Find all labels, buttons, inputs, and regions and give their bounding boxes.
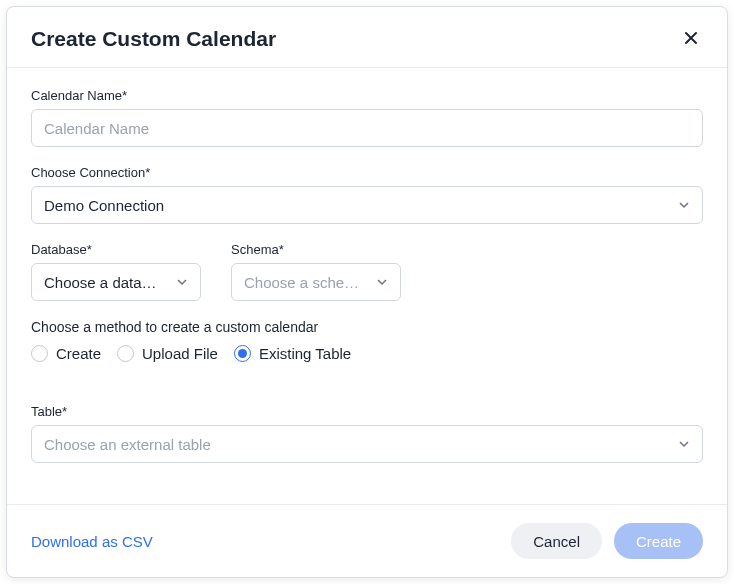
method-radio-group: Create Upload File Existing Table (31, 345, 703, 362)
chevron-down-icon (376, 276, 388, 288)
close-icon (683, 28, 699, 50)
table-placeholder: Choose an external table (44, 436, 666, 453)
radio-icon (117, 345, 134, 362)
chevron-down-icon (678, 199, 690, 211)
connection-value: Demo Connection (44, 197, 666, 214)
radio-upload-label: Upload File (142, 345, 218, 362)
download-csv-link[interactable]: Download as CSV (31, 533, 153, 550)
create-calendar-modal: Create Custom Calendar Calendar Name* Ch… (6, 6, 728, 578)
connection-field: Choose Connection* Demo Connection (31, 165, 703, 224)
connection-label: Choose Connection* (31, 165, 703, 180)
calendar-name-field: Calendar Name* (31, 88, 703, 147)
create-button[interactable]: Create (614, 523, 703, 559)
modal-title: Create Custom Calendar (31, 27, 276, 51)
cancel-button[interactable]: Cancel (511, 523, 602, 559)
close-button[interactable] (679, 25, 703, 53)
chevron-down-icon (678, 438, 690, 450)
radio-existing-table[interactable]: Existing Table (234, 345, 351, 362)
schema-label: Schema* (231, 242, 401, 257)
database-select[interactable]: Choose a database (31, 263, 201, 301)
radio-upload-file[interactable]: Upload File (117, 345, 218, 362)
radio-dot-icon (238, 349, 247, 358)
connection-select[interactable]: Demo Connection (31, 186, 703, 224)
db-schema-row: Database* Choose a database Schema* Choo… (31, 242, 703, 301)
schema-placeholder: Choose a schema (244, 274, 364, 291)
schema-field: Schema* Choose a schema (231, 242, 401, 301)
radio-existing-label: Existing Table (259, 345, 351, 362)
radio-icon (234, 345, 251, 362)
calendar-name-input[interactable] (31, 109, 703, 147)
database-label: Database* (31, 242, 201, 257)
radio-create-label: Create (56, 345, 101, 362)
modal-header: Create Custom Calendar (7, 7, 727, 68)
modal-body: Calendar Name* Choose Connection* Demo C… (7, 68, 727, 504)
chevron-down-icon (176, 276, 188, 288)
database-value: Choose a database (44, 274, 164, 291)
radio-icon (31, 345, 48, 362)
table-select[interactable]: Choose an external table (31, 425, 703, 463)
table-label: Table* (31, 404, 703, 419)
schema-select[interactable]: Choose a schema (231, 263, 401, 301)
modal-footer: Download as CSV Cancel Create (7, 504, 727, 577)
method-label: Choose a method to create a custom calen… (31, 319, 703, 335)
database-field: Database* Choose a database (31, 242, 201, 301)
radio-create[interactable]: Create (31, 345, 101, 362)
method-field: Choose a method to create a custom calen… (31, 319, 703, 362)
table-field: Table* Choose an external table (31, 404, 703, 463)
calendar-name-label: Calendar Name* (31, 88, 703, 103)
